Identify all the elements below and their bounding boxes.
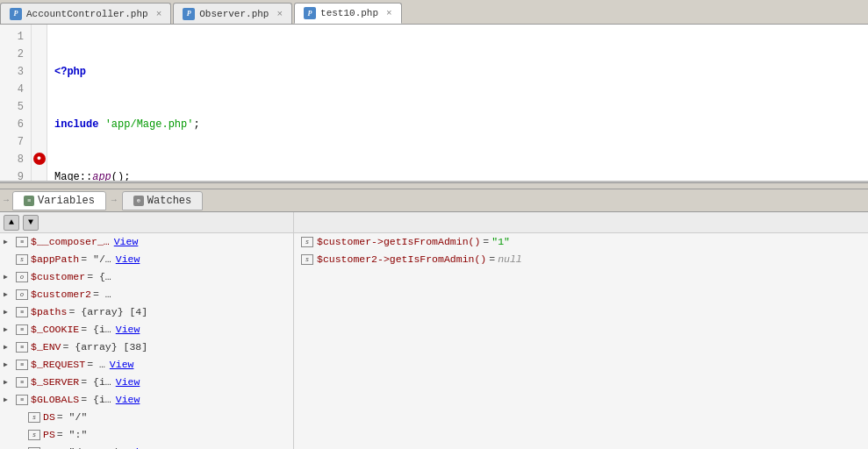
var-item-ps[interactable]: s PS = ":": [0, 426, 293, 444]
tab-observer-close[interactable]: ×: [276, 9, 283, 19]
watches-icon: ⊕: [133, 196, 144, 206]
var-icon-customer2: o: [16, 289, 28, 300]
expand-customer2[interactable]: [4, 286, 16, 303]
tab-observer[interactable]: P Observer.php ×: [173, 3, 292, 24]
var-icon-paths: ≡: [16, 307, 28, 317]
tab-account-controller[interactable]: P AccountController.php ×: [0, 3, 171, 24]
code-lines: 1 2 3 4 5 6 7 8 9 ● <?php include 'app/: [0, 25, 868, 181]
expand-globals[interactable]: [4, 391, 16, 409]
debug-tab-variables-label: Variables: [38, 195, 95, 207]
variables-icon: ≡: [24, 196, 34, 206]
nav-down-button[interactable]: ▼: [23, 215, 39, 231]
var-view-link-apppath[interactable]: View: [116, 251, 140, 268]
var-icon-server: ≡: [16, 377, 28, 388]
var-item-customer2[interactable]: o $customer2 = …: [0, 286, 293, 303]
variables-toolbar: ▲ ▼: [0, 212, 293, 233]
var-icon-array: ≡: [16, 237, 28, 247]
nav-up-button[interactable]: ▲: [4, 215, 19, 231]
debug-tab-watches[interactable]: ⊕ Watches: [122, 191, 203, 210]
watch-expr-1: $customer->getIsFromAdmin(): [317, 233, 480, 251]
var-item-bp[interactable]: s BP = "/Users/… View: [0, 444, 293, 449]
code-line-3: Mage::app();: [47, 168, 868, 181]
watch-eq-1: =: [483, 233, 489, 251]
editor-area: 1 2 3 4 5 6 7 8 9 ● <?php include 'app/: [0, 25, 868, 182]
watch-val-1: "1": [491, 233, 510, 251]
tab-test10[interactable]: P test10.php ×: [294, 3, 402, 24]
watch-item-customer2: s $customer2->getIsFromAdmin() = null: [294, 251, 868, 268]
tab-bar: P AccountController.php × P Observer.php…: [0, 0, 868, 25]
php-icon-2: P: [183, 8, 195, 20]
var-item-customer[interactable]: o $customer = {…: [0, 268, 293, 286]
var-view-link-cookie[interactable]: View: [116, 321, 140, 339]
watch-icon-1: s: [301, 237, 313, 247]
var-item-request[interactable]: ≡ $_REQUEST = … View: [0, 356, 293, 374]
line-numbers: 1 2 3 4 5 6 7 8 9: [0, 25, 32, 181]
php-icon-3: P: [304, 7, 316, 19]
expand-customer[interactable]: [4, 268, 16, 286]
var-item-paths[interactable]: ≡ $paths = {array} [4]: [0, 303, 293, 321]
watch-icon-2: s: [301, 254, 313, 265]
debug-tab-bar: → ≡ Variables → ⊕ Watches: [0, 189, 868, 212]
var-icon-scalar: s: [16, 254, 28, 265]
var-item-globals[interactable]: ≡ $GLOBALS = {i… View: [0, 391, 293, 409]
tab-observer-label: Observer.php: [199, 9, 269, 19]
variables-list[interactable]: ≡ $__composer_… View s $appPath = "/… Vi…: [0, 233, 293, 449]
var-icon-customer: o: [16, 272, 28, 282]
var-item-server[interactable]: ≡ $_SERVER = {i… View: [0, 374, 293, 391]
watch-val-2: null: [498, 251, 522, 268]
expand-paths[interactable]: [4, 303, 16, 321]
var-item-composer[interactable]: ≡ $__composer_… View: [0, 233, 293, 251]
var-icon-ds: s: [28, 412, 40, 423]
watches-panel: s $customer->getIsFromAdmin() = "1" s $c…: [294, 212, 868, 449]
var-item-apppath[interactable]: s $appPath = "/… View: [0, 251, 293, 268]
watches-toolbar: [294, 212, 868, 233]
php-icon: P: [10, 8, 22, 20]
var-icon-ps: s: [28, 430, 40, 440]
var-view-link-server[interactable]: View: [116, 374, 140, 391]
var-view-link-bp[interactable]: View: [128, 444, 153, 449]
var-item-env[interactable]: ≡ $_ENV = {array} [38]: [0, 339, 293, 356]
var-item-ds[interactable]: s DS = "/": [0, 409, 293, 426]
tab-account-label: AccountController.php: [26, 9, 148, 19]
var-view-link-composer[interactable]: View: [114, 233, 139, 251]
var-view-link-request[interactable]: View: [110, 356, 134, 374]
expand-env[interactable]: [4, 339, 16, 356]
tab-test10-label: test10.php: [320, 8, 378, 18]
var-icon-env: ≡: [16, 342, 28, 353]
var-icon-request: ≡: [16, 360, 28, 370]
watch-expr-2: $customer2->getIsFromAdmin(): [317, 251, 486, 268]
debug-tab-variables[interactable]: ≡ Variables: [12, 191, 106, 210]
var-item-cookie[interactable]: ≡ $_COOKIE = {i… View: [0, 321, 293, 339]
expand-cookie[interactable]: [4, 321, 16, 339]
code-line-1: <?php: [47, 63, 868, 81]
var-icon-globals: ≡: [16, 395, 28, 405]
gutter: ●: [32, 25, 47, 181]
var-icon-cookie: ≡: [16, 324, 28, 335]
tab-account-close[interactable]: ×: [156, 9, 162, 19]
panel-separator: [0, 182, 868, 189]
expand-composer[interactable]: [4, 233, 16, 251]
watch-item-customer: s $customer->getIsFromAdmin() = "1": [294, 233, 868, 251]
watch-eq-2: =: [489, 251, 495, 268]
var-view-link-globals[interactable]: View: [116, 391, 140, 409]
code-line-2: include 'app/Mage.php';: [47, 116, 868, 133]
code-content[interactable]: <?php include 'app/Mage.php'; Mage::app(…: [47, 25, 868, 181]
watch-list: s $customer->getIsFromAdmin() = "1" s $c…: [294, 233, 868, 449]
debug-body: ▲ ▼ ≡ $__composer_… View s $appPath = "/…: [0, 212, 868, 449]
debug-tab-watches-label: Watches: [147, 195, 191, 207]
debug-tab-arrow: →: [4, 196, 9, 205]
breakpoint-marker[interactable]: ●: [33, 153, 46, 165]
expand-request[interactable]: [4, 356, 16, 374]
variables-panel: ▲ ▼ ≡ $__composer_… View s $appPath = "/…: [0, 212, 294, 449]
debug-panel: → ≡ Variables → ⊕ Watches ▲ ▼ ≡ $__compo…: [0, 189, 868, 449]
expand-server[interactable]: [4, 374, 16, 391]
tab-test10-close[interactable]: ×: [386, 8, 392, 18]
